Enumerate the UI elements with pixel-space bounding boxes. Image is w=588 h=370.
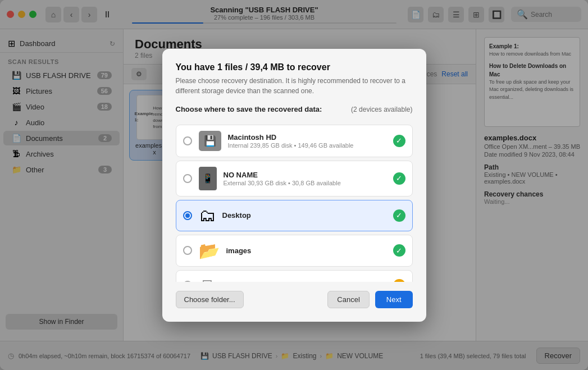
noname-icon: 📱 bbox=[199, 167, 217, 190]
macintosh-status-icon: ✓ bbox=[393, 135, 405, 147]
desktop-status-icon: ✓ bbox=[393, 209, 405, 222]
modal-right-buttons: Cancel Next bbox=[327, 291, 412, 308]
noname-desc: External 30,93 GB disk • 30,8 GB availab… bbox=[224, 180, 386, 186]
recovery-modal: You have 1 files / 39,4 MB to recover Pl… bbox=[162, 49, 426, 322]
next-button[interactable]: Next bbox=[375, 291, 413, 308]
desktop-folder-icon: 🗂 bbox=[199, 206, 216, 225]
radio-macintosh[interactable] bbox=[183, 136, 192, 145]
modal-actions: Choose folder... Cancel Next bbox=[176, 291, 413, 308]
app-window: ⌂ ‹ › ⏸ Scanning "USB FLASH DRIVE" 27% c… bbox=[0, 0, 588, 370]
desktop-name: Desktop bbox=[222, 211, 386, 220]
desktop-info: Desktop bbox=[222, 211, 386, 220]
radio-newvolume[interactable] bbox=[183, 281, 192, 282]
newvolume-status-icon: ⚠ bbox=[393, 279, 405, 282]
macintosh-desc: Internal 239,85 GB disk • 149,46 GB avai… bbox=[228, 142, 386, 149]
macintosh-icon: 💾 bbox=[199, 131, 221, 151]
radio-inner-desktop bbox=[185, 213, 190, 218]
modal-title: You have 1 files / 39,4 MB to recover bbox=[176, 62, 413, 72]
newvolume-info: NEW VOLUME bbox=[221, 281, 386, 282]
macintosh-info: Macintosh HD Internal 239,85 GB disk • 1… bbox=[228, 133, 386, 149]
noname-info: NO NAME External 30,93 GB disk • 30,8 GB… bbox=[224, 171, 386, 186]
radio-images[interactable] bbox=[183, 246, 192, 255]
macintosh-name: Macintosh HD bbox=[228, 133, 386, 141]
device-item-noname[interactable]: 📱 NO NAME External 30,93 GB disk • 30,8 … bbox=[176, 161, 413, 197]
device-item-macintosh[interactable]: 💾 Macintosh HD Internal 239,85 GB disk •… bbox=[176, 125, 413, 157]
radio-noname[interactable] bbox=[183, 174, 192, 183]
noname-name: NO NAME bbox=[224, 171, 386, 179]
images-info: images bbox=[226, 246, 386, 255]
device-item-newvolume[interactable]: 🖥 NEW VOLUME ⚠ bbox=[176, 270, 413, 282]
choose-folder-button[interactable]: Choose folder... bbox=[176, 291, 244, 308]
images-name: images bbox=[226, 246, 386, 255]
radio-desktop[interactable] bbox=[183, 211, 192, 220]
modal-overlay: You have 1 files / 39,4 MB to recover Pl… bbox=[0, 0, 588, 370]
images-status-icon: ✓ bbox=[393, 244, 405, 257]
newvolume-name: NEW VOLUME bbox=[221, 281, 386, 282]
modal-devices-count: (2 devices available) bbox=[351, 106, 412, 113]
modal-choose-label: Choose where to save the recovered data: bbox=[176, 105, 322, 113]
noname-status-icon: ✓ bbox=[393, 172, 405, 185]
cancel-button[interactable]: Cancel bbox=[327, 291, 369, 308]
images-folder-icon: 📂 bbox=[199, 241, 220, 261]
newvolume-icon: 🖥 bbox=[199, 276, 215, 282]
modal-subtitle: Please choose recovery destination. It i… bbox=[176, 76, 413, 96]
device-item-images[interactable]: 📂 images ✓ bbox=[176, 235, 413, 267]
device-list: 💾 Macintosh HD Internal 239,85 GB disk •… bbox=[176, 125, 413, 282]
device-item-desktop[interactable]: 🗂 Desktop ✓ bbox=[176, 200, 413, 231]
